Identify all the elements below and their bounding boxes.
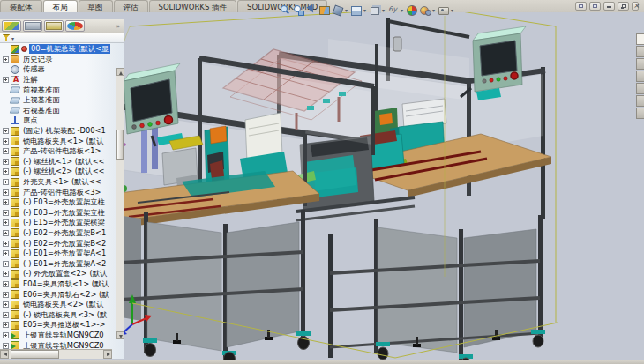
dropdown-caret-icon[interactable]: ▾ [345, 4, 348, 16]
expand-icon[interactable] [3, 128, 9, 134]
expand-icon[interactable] [3, 159, 9, 165]
tree-row[interactable]: (-) 锁电路板夹具<3> (默 [0, 309, 124, 320]
expand-icon[interactable] [3, 312, 9, 318]
command-tab[interactable]: 评估 [114, 0, 148, 12]
tree-row[interactable]: 上银直线导轨MGN9CZ0 [0, 331, 124, 341]
dropdown-caret-icon[interactable]: ▾ [451, 4, 453, 16]
tree-vertical-scrollbar[interactable] [116, 68, 124, 339]
expand-icon[interactable] [3, 138, 9, 145]
expand-icon[interactable] [3, 301, 9, 308]
tree-row[interactable]: 上银直线导轨MGN9CZ0 [0, 340, 124, 349]
tree-row[interactable]: (-) E02=外壳放置架B<2 [0, 238, 124, 249]
tree-row[interactable]: 外壳夹具<1> (默认<< [0, 177, 124, 188]
dropdown-caret-icon[interactable]: ▾ [432, 4, 435, 16]
horizontal-scroll-thumb[interactable] [11, 350, 59, 359]
task-pane-tab[interactable] [636, 108, 644, 119]
expand-icon[interactable] [3, 241, 9, 247]
expand-icon[interactable] [3, 189, 9, 196]
expand-icon[interactable] [3, 148, 9, 154]
tree-horizontal-scrollbar[interactable] [0, 349, 112, 359]
doc-window-button-2[interactable] [589, 2, 601, 11]
tree-row[interactable]: (-) E01=外壳放置架A<2 [0, 258, 124, 269]
tree-row[interactable]: (-) 螺丝机<2> (默认<< [0, 167, 124, 177]
featuremanager-tree-tab[interactable] [2, 20, 21, 32]
hide-show-items-icon[interactable] [387, 4, 399, 16]
tree-row[interactable]: (-) E15=外壳放置架横梁 [0, 218, 124, 228]
expand-icon[interactable] [3, 343, 9, 349]
tree-row[interactable]: (-) E03=外壳放置架立柱 [0, 208, 124, 219]
expand-icon[interactable] [3, 292, 9, 298]
dropdown-caret-icon[interactable]: ▾ [401, 4, 403, 16]
tree-row[interactable]: 右视基准面 [0, 106, 124, 116]
tree-row[interactable]: 产品-铸铝件电路板<3> [0, 187, 124, 197]
command-tab[interactable]: SOLIDWORKS 插件 [149, 0, 237, 12]
dynamic-annotation-icon[interactable] [332, 4, 343, 16]
tree-row[interactable]: 前视基准面 [0, 85, 124, 95]
task-pane-tab[interactable] [636, 33, 644, 45]
task-pane-tab[interactable] [636, 95, 644, 107]
expand-icon[interactable] [3, 281, 9, 287]
tree-row[interactable]: (固定) 机架装配 -D00<1 [0, 126, 124, 137]
expand-icon[interactable] [3, 168, 9, 175]
restore-button[interactable] [618, 2, 629, 11]
configuration-manager-tab[interactable] [44, 20, 64, 32]
expand-icon[interactable] [3, 271, 9, 277]
scroll-down-arrow[interactable] [116, 331, 124, 339]
close-button[interactable] [632, 2, 639, 11]
expand-icon[interactable] [3, 56, 9, 63]
tree-row[interactable]: 原点 [0, 115, 124, 126]
filter-funnel-icon[interactable] [3, 34, 10, 41]
scroll-up-arrow[interactable] [116, 68, 124, 76]
task-pane-tab[interactable] [636, 71, 644, 82]
expand-icon[interactable] [3, 332, 9, 338]
expand-icon[interactable] [3, 250, 9, 256]
tree-row[interactable]: 00=机架总装 (默认<显 [0, 44, 124, 55]
task-pane-tab[interactable] [636, 83, 644, 94]
property-manager-tab[interactable] [23, 20, 42, 32]
tree-row[interactable]: E05=夹具推送板<1>-> [0, 320, 124, 331]
tree-row[interactable]: 传感器 [0, 64, 124, 75]
section-view-icon[interactable] [318, 4, 330, 16]
tree-row[interactable]: 注解 [0, 75, 124, 85]
tree-row[interactable]: (-) E01=外壳放置架A<1 [0, 249, 124, 259]
filter-caret-icon[interactable]: ▾ [11, 35, 14, 41]
edit-appearance-icon[interactable] [406, 4, 417, 16]
dropdown-caret-icon[interactable]: ▾ [363, 4, 366, 16]
scroll-right-arrow[interactable] [103, 350, 112, 359]
dropdown-caret-icon[interactable]: ▾ [382, 4, 385, 16]
tree-row[interactable]: 锁电路板夹具<1> (默认 [0, 136, 124, 146]
tree-row[interactable]: E04=夹具滑轨<1> (默认 [0, 279, 124, 290]
tree-row[interactable]: (-) 螺丝机<1> (默认<< [0, 157, 124, 167]
expand-icon[interactable] [3, 230, 9, 236]
tree-row[interactable]: (-) E03=外壳放置架立柱 [0, 197, 124, 208]
panel-tabs-overflow[interactable]: » [116, 23, 122, 30]
tree-row[interactable]: 上视基准面 [0, 95, 124, 106]
tree-row[interactable]: (-) E02=外壳放置架B<1 [0, 228, 124, 239]
tree-filter-row[interactable]: ▾ [0, 33, 124, 43]
command-tab[interactable]: 装配体 [0, 0, 42, 12]
display-style-icon[interactable] [369, 4, 380, 16]
expand-icon[interactable] [3, 199, 9, 205]
task-pane-tab[interactable] [636, 58, 644, 70]
vertical-scroll-thumb[interactable] [116, 130, 124, 160]
command-tab[interactable]: 布局 [43, 0, 78, 12]
scroll-left-arrow[interactable] [0, 350, 9, 359]
expand-icon[interactable] [3, 77, 9, 83]
expand-icon[interactable] [3, 179, 9, 185]
zoom-to-fit-icon[interactable] [279, 4, 290, 16]
view-settings-icon[interactable] [438, 4, 449, 16]
doc-window-button-1[interactable] [575, 2, 587, 11]
zoom-to-area-icon[interactable] [292, 4, 303, 16]
minimize-button[interactable] [603, 2, 615, 11]
previous-view-icon[interactable] [305, 4, 317, 16]
tree-row[interactable]: 锁电路板夹具<2> (默认 [0, 300, 124, 310]
tree-row[interactable]: E06=夹具滑轨右<2> (默 [0, 289, 124, 300]
tree-row[interactable]: (-) 外壳放置盒<2> (默认 [0, 269, 124, 279]
tree-row[interactable]: 历史记录 [0, 55, 124, 65]
command-tab[interactable]: 草图 [79, 0, 113, 12]
expand-icon[interactable] [3, 219, 9, 226]
apply-scene-icon[interactable] [419, 4, 431, 16]
task-pane-tab[interactable] [636, 46, 644, 57]
expand-icon[interactable] [3, 322, 9, 328]
view-orientation-icon[interactable] [350, 4, 362, 16]
